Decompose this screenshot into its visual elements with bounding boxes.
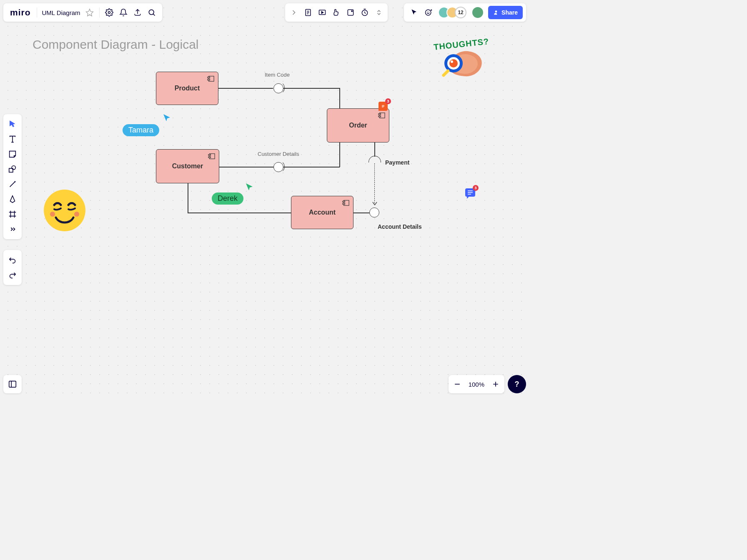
svg-point-26 bbox=[74, 212, 79, 217]
interface-label[interactable]: Payment bbox=[385, 159, 409, 166]
connector[interactable] bbox=[339, 142, 340, 167]
emoji-sticker[interactable] bbox=[42, 188, 88, 233]
remote-cursor-tamara: Tamara bbox=[123, 124, 159, 136]
component-icon bbox=[378, 112, 386, 119]
component-label: Order bbox=[349, 122, 367, 129]
component-icon bbox=[208, 153, 216, 160]
component-icon bbox=[342, 200, 350, 206]
comment-pin[interactable]: 3 bbox=[465, 188, 475, 197]
frame-title[interactable]: Component Diagram - Logical bbox=[33, 38, 199, 52]
connector[interactable] bbox=[374, 142, 375, 157]
component-label: Account bbox=[309, 209, 336, 216]
svg-rect-20 bbox=[379, 116, 381, 117]
canvas[interactable]: Component Diagram - Logical Product Cust… bbox=[0, 0, 529, 397]
svg-rect-23 bbox=[343, 203, 345, 205]
thoughts-sticker[interactable]: THOUGHTS? bbox=[434, 40, 496, 85]
connector[interactable] bbox=[218, 88, 273, 89]
component-account[interactable]: Account bbox=[291, 196, 353, 229]
provided-interface-icon[interactable] bbox=[273, 162, 283, 172]
component-icon bbox=[207, 75, 215, 82]
svg-rect-22 bbox=[343, 201, 345, 202]
required-interface-icon[interactable] bbox=[368, 156, 381, 162]
component-customer[interactable]: Customer bbox=[156, 149, 219, 183]
provided-interface-icon[interactable] bbox=[369, 208, 379, 218]
svg-rect-14 bbox=[208, 79, 210, 80]
interface-label[interactable]: Account Details bbox=[378, 223, 422, 230]
connector[interactable] bbox=[188, 183, 188, 212]
component-product[interactable]: Product bbox=[156, 72, 218, 105]
remote-cursor-icon bbox=[163, 113, 172, 122]
svg-rect-13 bbox=[208, 77, 210, 78]
interface-label[interactable]: Customer Details bbox=[258, 151, 299, 157]
svg-rect-31 bbox=[441, 69, 450, 78]
remote-cursor-derek: Derek bbox=[212, 192, 243, 205]
comment-count-badge: 3 bbox=[385, 98, 391, 104]
svg-point-29 bbox=[449, 59, 458, 68]
svg-point-30 bbox=[451, 60, 453, 63]
remote-cursor-icon bbox=[245, 182, 254, 192]
connector[interactable] bbox=[353, 212, 370, 213]
svg-rect-16 bbox=[208, 155, 211, 156]
svg-point-25 bbox=[50, 212, 55, 217]
connector[interactable] bbox=[188, 212, 291, 213]
component-label: Customer bbox=[172, 162, 203, 170]
interface-label[interactable]: Item Code bbox=[265, 72, 290, 78]
svg-rect-17 bbox=[208, 157, 211, 158]
component-label: Product bbox=[175, 85, 200, 92]
connector[interactable] bbox=[283, 167, 340, 168]
svg-point-24 bbox=[44, 190, 85, 231]
connector[interactable] bbox=[219, 167, 273, 168]
comment-pin[interactable]: 3 bbox=[379, 102, 388, 111]
component-order[interactable]: Order bbox=[327, 108, 389, 142]
connector[interactable] bbox=[283, 88, 340, 89]
svg-rect-19 bbox=[379, 114, 381, 115]
arrow-icon bbox=[372, 202, 377, 206]
dependency-connector[interactable] bbox=[374, 163, 375, 203]
connector[interactable] bbox=[339, 88, 340, 109]
provided-interface-icon[interactable] bbox=[273, 83, 283, 93]
comment-count-badge: 3 bbox=[473, 185, 479, 191]
